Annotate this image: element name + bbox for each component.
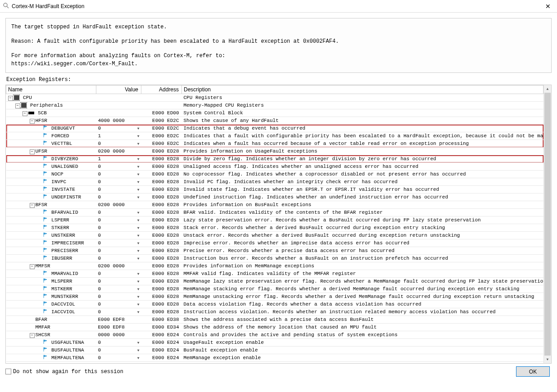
table-row[interactable]: IBUSERR0▼E000 ED28Instruction bus error.… [6, 255, 543, 262]
row-value[interactable]: 1▼ [96, 155, 141, 163]
table-row[interactable]: UNALIGNED0▼E000 ED28Unaligned access fla… [6, 163, 543, 171]
dropdown-arrow-icon[interactable]: ▼ [137, 172, 140, 176]
dropdown-arrow-icon[interactable]: ▼ [137, 134, 140, 138]
dropdown-arrow-icon[interactable]: ▼ [137, 142, 140, 146]
row-value[interactable]: 0▼ [96, 216, 141, 224]
row-value[interactable]: 0▼ [96, 171, 141, 178]
dropdown-arrow-icon[interactable]: ▼ [137, 241, 140, 245]
table-row[interactable]: UNSTKERR0▼E000 ED28Unstack error. Record… [6, 232, 543, 239]
dropdown-arrow-icon[interactable]: ▼ [137, 257, 140, 261]
dropdown-arrow-icon[interactable]: ▼ [137, 348, 140, 352]
table-row[interactable]: MUNSTKERR0▼E000 ED28MemManage unstacking… [6, 293, 543, 301]
tree-toggle-icon[interactable]: − [30, 264, 35, 269]
table-row[interactable]: − CPUCPU Registers [6, 94, 543, 102]
table-row[interactable]: INVSTATE0▼E000 ED28Invalid state flag. I… [6, 186, 543, 194]
dropdown-arrow-icon[interactable]: ▼ [137, 272, 140, 276]
tree-toggle-icon[interactable]: − [23, 111, 27, 116]
table-row[interactable]: MEMFAULTENA0▼E000 ED24MemManage exceptio… [6, 354, 543, 362]
row-value[interactable]: 0▼ [96, 224, 141, 232]
dropdown-arrow-icon[interactable]: ▼ [137, 188, 140, 192]
dropdown-arrow-icon[interactable]: ▼ [137, 211, 140, 215]
dropdown-arrow-icon[interactable]: ▼ [137, 279, 140, 284]
table-row[interactable]: STKERR0▼E000 ED28Stack error. Records wh… [6, 224, 543, 232]
row-value[interactable]: 0▼ [96, 339, 141, 347]
tree-toggle-icon[interactable]: − [30, 149, 35, 154]
table-row[interactable]: LSPERR0▼E000 ED28Lazy state preservation… [6, 216, 543, 224]
row-value[interactable]: 0▼ [96, 125, 141, 132]
row-value[interactable]: 0▼ [96, 301, 141, 308]
row-value[interactable]: 0▼ [96, 239, 141, 247]
table-row[interactable]: USGFAULTENA0▼E000 ED24UsageFault excepti… [6, 339, 543, 347]
header-name[interactable]: Name [6, 86, 96, 94]
table-row[interactable]: DIVBYZERO1▼E000 ED28Divide by zero flag.… [6, 155, 543, 163]
header-description[interactable]: Description [182, 86, 543, 94]
header-value[interactable]: Value [96, 86, 141, 94]
dropdown-arrow-icon[interactable]: ▼ [137, 180, 140, 184]
table-row[interactable]: INVPC0▼E000 ED28Invalid PC flag. Indicat… [6, 178, 543, 186]
close-button[interactable]: ✕ [542, 2, 554, 11]
dont-show-again-checkbox[interactable]: Do not show again for this session [5, 368, 123, 376]
row-value[interactable]: 0▼ [96, 163, 141, 171]
scroll-up-icon[interactable]: ▲ [544, 85, 551, 93]
row-value[interactable]: 0▼ [96, 278, 141, 285]
dropdown-arrow-icon[interactable]: ▼ [137, 249, 140, 253]
table-row[interactable]: BFARVALID0▼E000 ED28BFAR valid. Indicate… [6, 209, 543, 216]
table-row[interactable]: BFARE000 EDF8E000 ED38Shows the address … [6, 316, 543, 324]
table-row[interactable]: −BFSR0200 0000E000 ED28Provides informat… [6, 201, 543, 209]
tree-toggle-icon[interactable]: − [30, 333, 35, 338]
dropdown-arrow-icon[interactable]: ▼ [137, 310, 140, 314]
table-row[interactable]: NOCP0▼E000 ED28No coprocessor flag. Indi… [6, 171, 543, 178]
tree-toggle-icon[interactable]: − [30, 119, 35, 124]
table-row[interactable]: DEBUGEVT0▼E000 ED2CIndicates that a debu… [6, 125, 543, 132]
table-row[interactable]: IMPRECISERR0▼E000 ED28Imprecise error. R… [6, 239, 543, 247]
row-value[interactable]: 0▼ [96, 194, 141, 201]
row-value[interactable]: 0▼ [96, 140, 141, 148]
table-row[interactable]: − PeripheralsMemory-Mapped CPU Registers [6, 102, 543, 109]
table-row[interactable]: IACCVIOL0▼E000 ED28Instruction access vi… [6, 308, 543, 316]
header-address[interactable]: Address [141, 86, 182, 94]
table-row[interactable]: PRECISERR0▼E000 ED28Precise error. Recor… [6, 247, 543, 255]
table-row[interactable]: −HFSR4000 0000E000 ED2CShows the cause o… [6, 117, 543, 125]
row-value[interactable]: 0▼ [96, 293, 141, 301]
dropdown-arrow-icon[interactable]: ▼ [137, 195, 140, 199]
ok-button[interactable]: OK [516, 366, 550, 377]
dropdown-arrow-icon[interactable]: ▼ [137, 126, 140, 131]
row-value[interactable]: 0▼ [96, 308, 141, 316]
table-row[interactable]: MLSPERR0▼E000 ED28MemManage lazy state p… [6, 278, 543, 285]
row-value[interactable]: 0▼ [96, 354, 141, 362]
table-row[interactable]: UNDEFINSTR0▼E000 ED28Undefined instructi… [6, 194, 543, 201]
row-value[interactable]: 0▼ [96, 255, 141, 262]
scroll-down-icon[interactable]: ▼ [544, 356, 551, 363]
dropdown-arrow-icon[interactable]: ▼ [137, 295, 140, 299]
row-value[interactable]: 1▼ [96, 132, 141, 140]
row-value[interactable]: 0▼ [96, 178, 141, 186]
vertical-scrollbar[interactable]: ▲ ▼ [543, 85, 551, 363]
row-value[interactable]: 0▼ [96, 285, 141, 293]
dropdown-arrow-icon[interactable]: ▼ [137, 356, 140, 360]
dropdown-arrow-icon[interactable]: ▼ [137, 157, 140, 161]
table-row[interactable]: −UFSR0200 0000E000 ED28Provides informat… [6, 148, 543, 155]
dropdown-arrow-icon[interactable]: ▼ [137, 234, 140, 238]
dropdown-arrow-icon[interactable]: ▼ [137, 302, 140, 306]
table-row[interactable]: BUSFAULTENA0▼E000 ED24BusFault exception… [6, 347, 543, 354]
table-row[interactable]: −MMFSR0200 0000E000 ED28Provides informa… [6, 262, 543, 270]
tree-toggle-icon[interactable]: − [15, 104, 20, 108]
table-row[interactable]: MSTKERR0▼E000 ED28MemManage stacking err… [6, 285, 543, 293]
table-row[interactable]: − SCBE000 ED00System Control Block [6, 109, 543, 117]
table-row[interactable]: MMFARE000 EDF8E000 ED34Shows the address… [6, 324, 543, 331]
table-row[interactable]: DACCVIOL0▼E000 ED28Data access violation… [6, 301, 543, 308]
table-row[interactable]: FORCED1▼E000 ED2CIndicates that a fault … [6, 132, 543, 140]
row-value[interactable]: 0▼ [96, 186, 141, 194]
dropdown-arrow-icon[interactable]: ▼ [137, 165, 140, 169]
row-value[interactable]: 0▼ [96, 209, 141, 216]
row-value[interactable]: 0▼ [96, 347, 141, 354]
row-value[interactable]: 0▼ [96, 270, 141, 278]
row-value[interactable]: 0▼ [96, 232, 141, 239]
checkbox-icon[interactable] [5, 369, 11, 374]
dropdown-arrow-icon[interactable]: ▼ [137, 218, 140, 222]
row-value[interactable]: 0▼ [96, 247, 141, 255]
tree-toggle-icon[interactable]: − [30, 203, 35, 208]
table-row[interactable]: VECTTBL0▼E000 ED2CIndicates when a fault… [6, 140, 543, 148]
dropdown-arrow-icon[interactable]: ▼ [137, 226, 140, 230]
dropdown-arrow-icon[interactable]: ▼ [137, 287, 140, 291]
